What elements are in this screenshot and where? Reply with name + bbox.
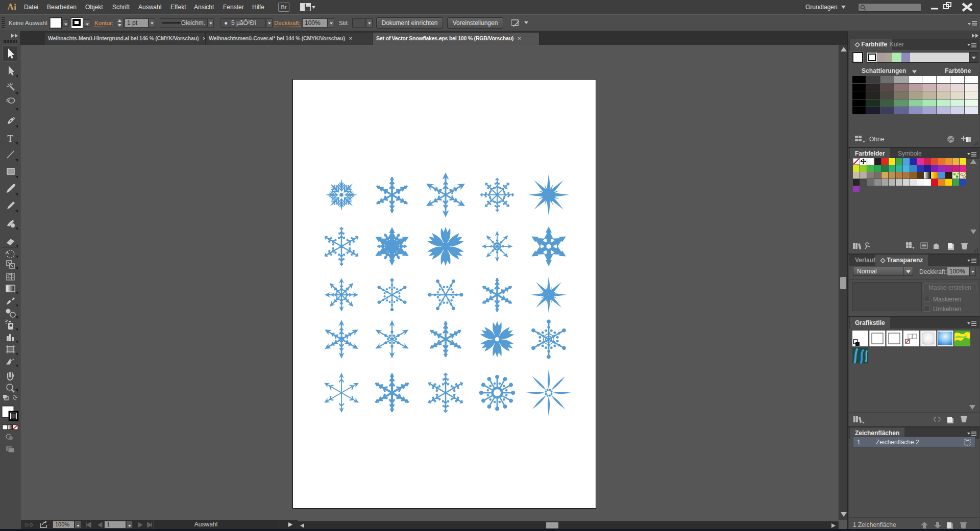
svg-text:T: T	[7, 133, 13, 144]
